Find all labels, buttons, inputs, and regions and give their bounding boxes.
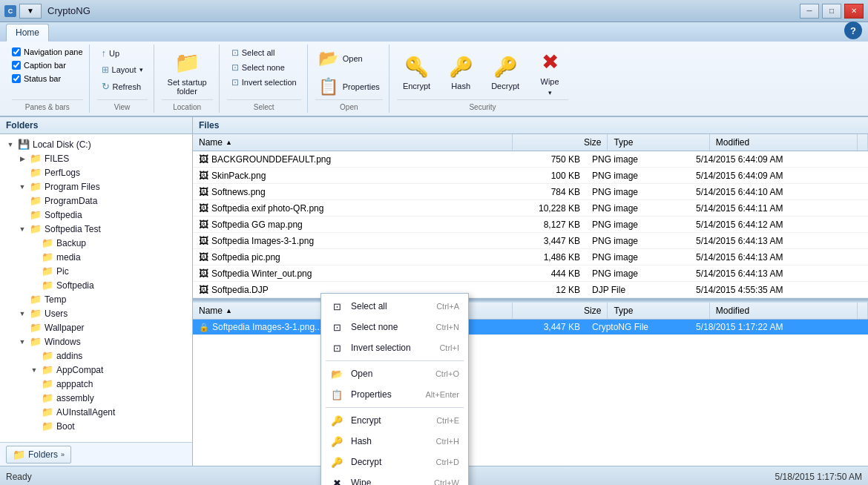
- btn-open[interactable]: 📂 Open: [315, 46, 366, 71]
- tree-item[interactable]: ▼📁Program Files: [3, 179, 189, 194]
- ctx-item-open[interactable]: 📂OpenCtrl+O: [321, 363, 468, 384]
- btn-startup-folder[interactable]: 📁 Set startup folder: [162, 46, 213, 99]
- tab-home[interactable]: Home: [6, 24, 49, 42]
- ribbon-group-open: 📂 Open 📋 Properties Open: [309, 44, 389, 113]
- ctx-label-wipe: Wipe: [351, 478, 371, 485]
- tree-expander[interactable]: ▼: [30, 366, 39, 375]
- btn-layout[interactable]: ⊞ Layout ▾: [97, 63, 148, 76]
- col-type-lower[interactable]: Type: [608, 303, 709, 320]
- tree-item[interactable]: 📁media: [3, 250, 189, 264]
- minimize-btn[interactable]: ─: [800, 4, 819, 19]
- ctx-item-select-none[interactable]: ⊡Select noneCtrl+N: [321, 317, 468, 337]
- tree-expander[interactable]: ▼: [18, 225, 27, 234]
- tree-item[interactable]: 📁addins: [3, 349, 189, 363]
- close-btn[interactable]: ✕: [844, 4, 864, 19]
- table-row[interactable]: 🖼Softpedia Winter_out.png444 KBPNG image…: [193, 265, 868, 282]
- tree-item[interactable]: 📁Pic: [3, 264, 189, 278]
- ctx-item-wipe[interactable]: ✖WipeCtrl+W: [321, 472, 468, 485]
- tree-item[interactable]: ▼📁Users: [3, 306, 189, 320]
- tree-item[interactable]: 📁Softpedia: [3, 208, 189, 222]
- app-icon: C: [4, 5, 16, 17]
- tree-item[interactable]: 📁ProgramData: [3, 194, 189, 208]
- tree-item[interactable]: ▼📁AppCompat: [3, 363, 189, 377]
- check-nav[interactable]: Navigation pane: [12, 46, 83, 58]
- help-btn[interactable]: ?: [844, 22, 862, 39]
- tree-item[interactable]: 📁Boot: [3, 419, 189, 433]
- ctx-item-decrypt[interactable]: 🔑DecryptCtrl+D: [321, 452, 468, 472]
- table-row[interactable]: 🖼Softnews.png784 KBPNG image5/14/2015 6:…: [193, 184, 868, 200]
- btn-properties[interactable]: 📋 Properties: [315, 74, 383, 99]
- table-row[interactable]: 🖼BACKGROUNDDEFAULT.png750 KBPNG image5/1…: [193, 151, 868, 168]
- tree-item[interactable]: ▼💾Local Disk (C:): [3, 137, 189, 151]
- ctx-label-properties: Properties: [351, 389, 392, 400]
- folders-btn[interactable]: 📁 Folders »: [6, 446, 71, 463]
- tree-label: AUInstallAgent: [56, 407, 115, 418]
- col-size-upper[interactable]: Size: [512, 134, 608, 151]
- tree-item[interactable]: ▶📁FILES: [3, 151, 189, 165]
- folder-icon: 📁: [42, 392, 53, 403]
- table-row[interactable]: 🖼Softpedia GG map.png8,127 KBPNG image5/…: [193, 217, 868, 233]
- tree-label: Wallpaper: [45, 323, 85, 333]
- ctx-item-invert-selection[interactable]: ⊡Invert selectionCtrl+I: [321, 337, 468, 358]
- menu-btn[interactable]: ▼: [19, 4, 42, 19]
- col-modified-upper[interactable]: Modified: [709, 134, 857, 151]
- tree-item[interactable]: 📁Backup: [3, 236, 189, 250]
- folder-icon: 📁: [42, 280, 53, 291]
- files-upper-body[interactable]: 🖼BACKGROUNDDEFAULT.png750 KBPNG image5/1…: [193, 151, 868, 298]
- ctx-separator: [326, 407, 464, 408]
- col-type-upper[interactable]: Type: [608, 134, 709, 151]
- folders-tree[interactable]: ▼💾Local Disk (C:)▶📁FILES📁PerfLogs▼📁Progr…: [0, 134, 192, 442]
- tree-item[interactable]: 📁AUInstallAgent: [3, 405, 189, 419]
- table-row[interactable]: 🔒Softpedia Images-3-1.png...3,447 KBCryp…: [193, 320, 868, 335]
- col-modified-lower[interactable]: Modified: [709, 303, 857, 320]
- table-row[interactable]: 🖼Softpedia.DJP12 KBDJP File5/14/2015 4:5…: [193, 282, 868, 298]
- tree-item[interactable]: 📁Temp: [3, 292, 189, 306]
- tree-item[interactable]: 📁assembly: [3, 391, 189, 405]
- btn-hash[interactable]: 🔑 Hash: [442, 46, 479, 99]
- ctx-item-encrypt[interactable]: 🔑EncryptCtrl+E: [321, 410, 468, 431]
- maximize-btn[interactable]: □: [822, 4, 841, 19]
- tree-expander[interactable]: ▼: [6, 140, 15, 149]
- tree-expander[interactable]: ▼: [18, 309, 27, 318]
- col-size-lower[interactable]: Size: [512, 303, 608, 320]
- tree-item[interactable]: 📁PerfLogs: [3, 165, 189, 179]
- tree-label: Users: [45, 309, 68, 319]
- folder-icon: 📁: [30, 294, 42, 305]
- table-row[interactable]: 🖼Softpedia pic.png1,486 KBPNG image5/14/…: [193, 249, 868, 265]
- tree-expander[interactable]: ▼: [18, 182, 27, 191]
- tree-expander[interactable]: ▶: [18, 154, 27, 163]
- tree-label: PerfLogs: [45, 168, 80, 178]
- btn-up[interactable]: ↑ Up: [97, 46, 148, 60]
- tree-item[interactable]: 📁Softpedia: [3, 278, 189, 292]
- open-icon: 📂: [318, 49, 338, 68]
- btn-refresh[interactable]: ↻ Refresh: [97, 79, 148, 93]
- btn-select-none[interactable]: ⊡ Select none: [227, 61, 301, 74]
- ctx-shortcut-encrypt: Ctrl+E: [436, 416, 459, 425]
- table-row[interactable]: 🖼Softpedia Images-3-1.png3,447 KBPNG ima…: [193, 233, 868, 249]
- tree-item[interactable]: 📁apppatch: [3, 377, 189, 391]
- check-status[interactable]: Status bar: [12, 73, 61, 85]
- btn-encrypt[interactable]: 🔑 Encrypt: [397, 46, 436, 99]
- ctx-item-hash[interactable]: 🔑HashCtrl+H: [321, 431, 468, 452]
- files-lower-body[interactable]: 🔒Softpedia Images-3-1.png...3,447 KBCryp…: [193, 320, 868, 466]
- check-caption[interactable]: Caption bar: [12, 59, 66, 71]
- tree-label: Softpedia Test: [45, 224, 101, 234]
- col-name-upper[interactable]: Name▲: [193, 134, 512, 151]
- tree-item[interactable]: ▼📁Softpedia Test: [3, 222, 189, 236]
- tree-expander[interactable]: ▼: [18, 337, 27, 346]
- btn-select-all[interactable]: ⊡ Select all: [227, 46, 301, 59]
- folder-startup-icon: 📁: [174, 50, 200, 75]
- tree-item[interactable]: 📁Wallpaper: [3, 320, 189, 334]
- tree-item[interactable]: ▼📁Windows: [3, 334, 189, 349]
- btn-decrypt[interactable]: 🔑 Decrypt: [485, 46, 525, 99]
- ctx-item-properties[interactable]: 📋PropertiesAlt+Enter: [321, 384, 468, 405]
- ctx-item-select-all[interactable]: ⊡Select allCtrl+A: [321, 296, 468, 317]
- btn-wipe[interactable]: ✖ Wipe ▾: [531, 46, 568, 99]
- table-row[interactable]: 🖼Softpedia exif photo-QR.png10,228 KBPNG…: [193, 200, 868, 217]
- ribbon-group-location: 📁 Set startup folder Location: [156, 44, 220, 113]
- ctx-shortcut-wipe: Ctrl+W: [434, 478, 459, 485]
- table-row[interactable]: 🖼SkinPack.png100 KBPNG image5/14/2015 6:…: [193, 168, 868, 184]
- btn-invert-selection[interactable]: ⊡ Invert selection: [227, 76, 301, 89]
- files-lower-section: Name▲ Size Type Modified 🔒Softpedia Imag…: [193, 303, 868, 466]
- ctx-separator: [326, 360, 464, 361]
